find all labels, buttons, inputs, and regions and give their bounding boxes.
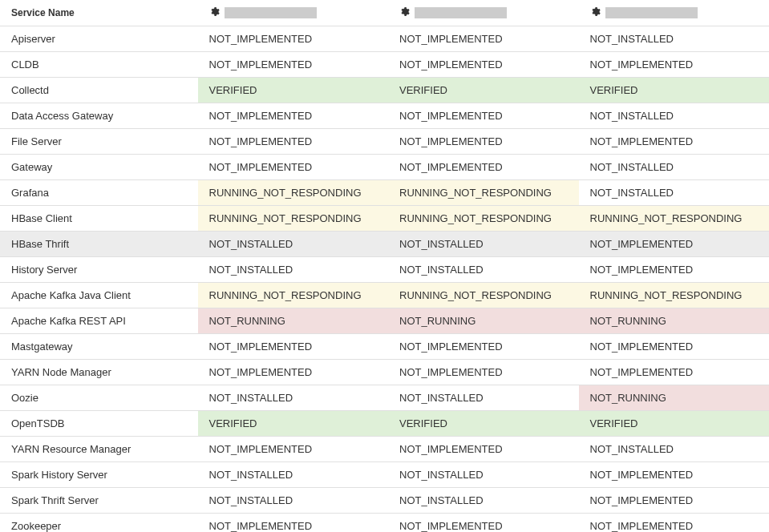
status-cell: NOT_IMPLEMENTED <box>388 129 578 155</box>
table-row: HBase ClientRUNNING_NOT_RESPONDINGRUNNIN… <box>0 206 769 232</box>
status-cell: NOT_INSTALLED <box>388 385 578 411</box>
service-name-cell: Mastgateway <box>0 334 198 360</box>
status-cell: NOT_RUNNING <box>579 308 770 334</box>
table-header-row: Service Name <box>0 0 769 26</box>
service-name-cell: HBase Client <box>0 206 198 232</box>
service-name-cell: Spark Thrift Server <box>0 488 198 514</box>
table-row: GrafanaRUNNING_NOT_RESPONDINGRUNNING_NOT… <box>0 180 769 206</box>
status-cell: RUNNING_NOT_RESPONDING <box>388 283 578 308</box>
gear-icon <box>399 6 410 19</box>
status-cell: NOT_IMPLEMENTED <box>579 514 770 533</box>
status-cell: NOT_INSTALLED <box>198 462 388 488</box>
status-cell: NOT_IMPLEMENTED <box>388 26 578 52</box>
status-cell: NOT_IMPLEMENTED <box>198 514 388 533</box>
status-cell: NOT_IMPLEMENTED <box>198 155 388 180</box>
status-cell: NOT_IMPLEMENTED <box>198 103 388 129</box>
gear-icon <box>209 6 220 19</box>
node-name-placeholder <box>605 7 698 18</box>
service-name-cell: Gateway <box>0 155 198 180</box>
status-cell: RUNNING_NOT_RESPONDING <box>388 180 578 206</box>
status-cell: NOT_IMPLEMENTED <box>388 155 578 180</box>
status-cell: NOT_RUNNING <box>198 308 388 334</box>
status-cell: NOT_INSTALLED <box>579 437 770 462</box>
status-cell: NOT_IMPLEMENTED <box>579 334 770 360</box>
table-row: OpenTSDBVERIFIEDVERIFIEDVERIFIED <box>0 411 769 437</box>
node-name-placeholder <box>415 7 507 18</box>
service-name-cell: Oozie <box>0 385 198 411</box>
table-row: File ServerNOT_IMPLEMENTEDNOT_IMPLEMENTE… <box>0 129 769 155</box>
status-cell: NOT_IMPLEMENTED <box>579 257 770 283</box>
status-cell: VERIFIED <box>198 78 388 103</box>
status-cell: NOT_IMPLEMENTED <box>198 360 388 385</box>
status-cell: NOT_IMPLEMENTED <box>579 232 770 257</box>
status-cell: NOT_INSTALLED <box>198 385 388 411</box>
gear-icon <box>590 6 601 19</box>
node-header-2[interactable] <box>388 0 578 26</box>
status-cell: RUNNING_NOT_RESPONDING <box>579 206 770 232</box>
status-cell: NOT_INSTALLED <box>388 257 578 283</box>
service-name-cell: HBase Thrift <box>0 232 198 257</box>
service-name-cell: Data Access Gateway <box>0 103 198 129</box>
status-cell: RUNNING_NOT_RESPONDING <box>198 180 388 206</box>
table-row: GatewayNOT_IMPLEMENTEDNOT_IMPLEMENTEDNOT… <box>0 155 769 180</box>
status-cell: NOT_IMPLEMENTED <box>579 488 770 514</box>
service-name-cell: Apiserver <box>0 26 198 52</box>
service-name-cell: File Server <box>0 129 198 155</box>
service-name-cell: Collectd <box>0 78 198 103</box>
status-cell: NOT_IMPLEMENTED <box>198 52 388 78</box>
status-cell: NOT_IMPLEMENTED <box>388 334 578 360</box>
status-cell: NOT_RUNNING <box>388 308 578 334</box>
status-cell: NOT_INSTALLED <box>579 103 770 129</box>
service-name-cell: Grafana <box>0 180 198 206</box>
status-cell: VERIFIED <box>198 411 388 437</box>
node-header-1[interactable] <box>198 0 388 26</box>
status-cell: NOT_IMPLEMENTED <box>579 360 770 385</box>
service-name-cell: Zookeeper <box>0 514 198 533</box>
status-cell: NOT_IMPLEMENTED <box>579 129 770 155</box>
table-row: Data Access GatewayNOT_IMPLEMENTEDNOT_IM… <box>0 103 769 129</box>
node-header-3[interactable] <box>579 0 770 26</box>
status-cell: NOT_INSTALLED <box>198 232 388 257</box>
status-cell: RUNNING_NOT_RESPONDING <box>579 283 770 308</box>
status-cell: VERIFIED <box>579 411 770 437</box>
status-cell: NOT_IMPLEMENTED <box>388 514 578 533</box>
status-cell: NOT_IMPLEMENTED <box>579 462 770 488</box>
status-cell: NOT_IMPLEMENTED <box>198 129 388 155</box>
status-cell: NOT_RUNNING <box>579 385 770 411</box>
service-name-cell: Apache Kafka REST API <box>0 308 198 334</box>
status-cell: VERIFIED <box>388 78 578 103</box>
status-cell: NOT_INSTALLED <box>198 488 388 514</box>
table-row: CollectdVERIFIEDVERIFIEDVERIFIED <box>0 78 769 103</box>
service-name-header[interactable]: Service Name <box>0 0 198 26</box>
status-cell: NOT_IMPLEMENTED <box>579 52 770 78</box>
table-row: Apache Kafka REST APINOT_RUNNINGNOT_RUNN… <box>0 308 769 334</box>
status-cell: NOT_INSTALLED <box>388 462 578 488</box>
status-cell: NOT_IMPLEMENTED <box>198 437 388 462</box>
table-row: OozieNOT_INSTALLEDNOT_INSTALLEDNOT_RUNNI… <box>0 385 769 411</box>
status-cell: NOT_IMPLEMENTED <box>388 360 578 385</box>
status-cell: NOT_IMPLEMENTED <box>388 52 578 78</box>
table-row: YARN Node ManagerNOT_IMPLEMENTEDNOT_IMPL… <box>0 360 769 385</box>
status-cell: NOT_IMPLEMENTED <box>198 26 388 52</box>
table-row: Apache Kafka Java ClientRUNNING_NOT_RESP… <box>0 283 769 308</box>
services-status-table: Service Name ApiserverNOT_IMPLEMEN <box>0 0 769 532</box>
table-row: Spark Thrift ServerNOT_INSTALLEDNOT_INST… <box>0 488 769 514</box>
node-name-placeholder <box>225 7 317 18</box>
status-cell: NOT_IMPLEMENTED <box>388 437 578 462</box>
service-name-cell: History Server <box>0 257 198 283</box>
table-row: CLDBNOT_IMPLEMENTEDNOT_IMPLEMENTEDNOT_IM… <box>0 52 769 78</box>
status-cell: RUNNING_NOT_RESPONDING <box>198 206 388 232</box>
status-cell: NOT_INSTALLED <box>579 180 770 206</box>
service-name-cell: CLDB <box>0 52 198 78</box>
table-row: ApiserverNOT_IMPLEMENTEDNOT_IMPLEMENTEDN… <box>0 26 769 52</box>
service-name-cell: YARN Node Manager <box>0 360 198 385</box>
table-row: MastgatewayNOT_IMPLEMENTEDNOT_IMPLEMENTE… <box>0 334 769 360</box>
table-row: ZookeeperNOT_IMPLEMENTEDNOT_IMPLEMENTEDN… <box>0 514 769 533</box>
status-cell: NOT_IMPLEMENTED <box>198 334 388 360</box>
status-cell: RUNNING_NOT_RESPONDING <box>388 206 578 232</box>
status-cell: NOT_INSTALLED <box>198 257 388 283</box>
status-cell: RUNNING_NOT_RESPONDING <box>198 283 388 308</box>
table-row: Spark History ServerNOT_INSTALLEDNOT_INS… <box>0 462 769 488</box>
service-name-cell: YARN Resource Manager <box>0 437 198 462</box>
service-name-cell: OpenTSDB <box>0 411 198 437</box>
